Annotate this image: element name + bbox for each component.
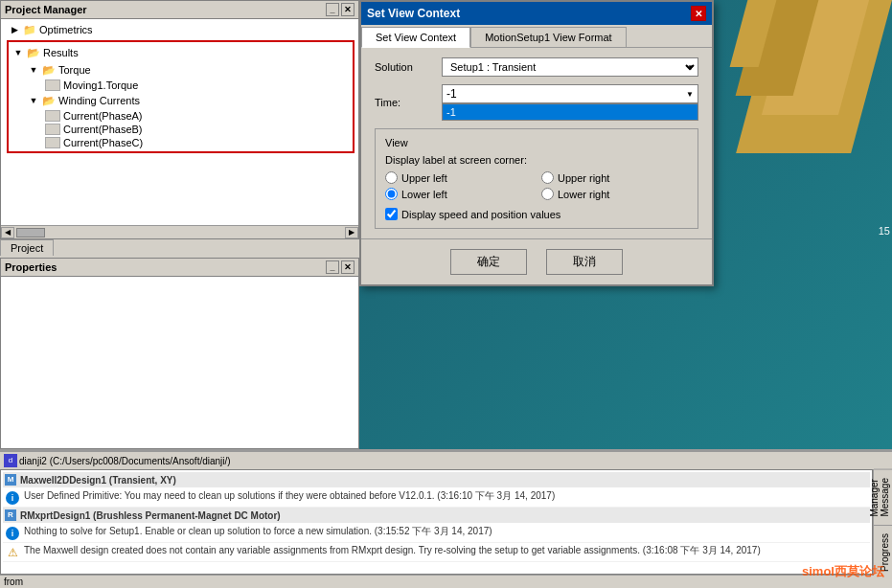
tree-item-winding-currents[interactable]: ▼ 📂 Winding Currents	[11, 92, 351, 109]
expand-icon[interactable]: ▼	[26, 62, 41, 78]
dialog-overlay: Set View Context ✕ Set View Context Moti…	[359, 0, 892, 449]
time-select-display[interactable]: -1 ▼	[442, 84, 698, 103]
tree-item-phase-a[interactable]: Current(PhaseA)	[11, 109, 351, 123]
info-icon-2: i	[5, 526, 20, 541]
tree-item-results[interactable]: ▼ 📂 Results	[11, 44, 351, 61]
lower-left-label: Lower left	[401, 189, 447, 200]
ok-button[interactable]: 确定	[450, 249, 527, 275]
display-speed-label: Display speed and position values	[401, 209, 560, 220]
lower-left-radio[interactable]	[385, 188, 398, 200]
expand-icon[interactable]: ▼	[26, 93, 41, 108]
dialog-close-button[interactable]: ✕	[691, 6, 706, 21]
rmxprt-section-label: RMxprtDesign1 (Brushless Permanent-Magne…	[20, 510, 281, 521]
upper-left-radio[interactable]	[385, 171, 398, 184]
bottom-panel: d dianji2 (C:/Users/pc008/Documents/Anso…	[0, 449, 892, 588]
lower-right-label: Lower right	[558, 189, 609, 200]
maxwell-section-icon: M	[5, 474, 16, 486]
radio-grid: Upper left Upper right Lower left	[385, 171, 688, 200]
properties-panel: Properties _ ✕	[0, 258, 359, 449]
close-panel-button[interactable]: ✕	[341, 3, 355, 16]
dialog-tabs: Set View Context MotionSetup1 View Forma…	[361, 25, 712, 48]
lower-right-radio[interactable]	[541, 188, 554, 200]
scroll-thumb[interactable]	[16, 228, 45, 237]
status-bar: from	[0, 575, 892, 588]
main-container: Project Manager _ ✕ ▶ 📁 Optimetrics	[0, 0, 892, 588]
titlebar-buttons: _ ✕	[326, 3, 355, 16]
message-item-2: i Nothing to solve for Setup1. Enable or…	[3, 524, 870, 543]
solution-row: Solution Setup1 : Transient	[375, 57, 698, 77]
curve-icon	[45, 79, 60, 91]
phase-c-label: Current(PhaseC)	[63, 137, 143, 148]
time-dropdown-container: -1 ▼ -1	[442, 84, 698, 121]
torque-label: Torque	[58, 64, 91, 76]
project-manager-panel: Project Manager _ ✕ ▶ 📁 Optimetrics	[0, 0, 359, 239]
side-tabs: Message Manager Progress	[873, 469, 892, 575]
tree-area: ▶ 📁 Optimetrics ▼ 📂 Results ▼	[1, 19, 358, 225]
rmxprt-section: R RMxprtDesign1 (Brushless Permanent-Mag…	[3, 508, 870, 523]
moving1torque-label: Moving1.Torque	[63, 79, 138, 91]
message-list: M Maxwell2DDesign1 (Transient, XY) i Use…	[1, 470, 872, 574]
tab-motion-setup[interactable]: MotionSetup1 View Format	[470, 27, 626, 47]
tree-item-phase-b[interactable]: Current(PhaseB)	[11, 123, 351, 136]
scroll-right-btn[interactable]: ▶	[345, 227, 358, 238]
upper-right-radio[interactable]	[541, 171, 554, 184]
view-group-title: View	[385, 137, 688, 148]
bottom-path-bar: d dianji2 (C:/Users/pc008/Documents/Anso…	[0, 451, 892, 469]
upper-right-label: Upper right	[558, 172, 609, 184]
scroll-left-btn[interactable]: ◀	[1, 227, 14, 238]
curve-icon-c	[45, 137, 60, 148]
message-text-1: User Defined Primitive: You may need to …	[24, 489, 555, 502]
radio-upper-right: Upper right	[541, 171, 688, 184]
expand-icon[interactable]: ▶	[7, 22, 22, 37]
radio-upper-left: Upper left	[385, 171, 532, 184]
display-speed-checkbox[interactable]	[385, 208, 398, 220]
tree-item-moving1torque[interactable]: Moving1.Torque	[11, 79, 351, 92]
cancel-button[interactable]: 取消	[546, 249, 623, 275]
message-item-1: i User Defined Primitive: You may need t…	[3, 488, 870, 508]
dialog-body: Solution Setup1 : Transient Time:	[361, 48, 712, 238]
optimetrics-label: Optimetrics	[39, 24, 93, 35]
time-option-selected[interactable]: -1	[443, 104, 698, 120]
path-text: dianji2 (C:/Users/pc008/Documents/Ansoft…	[19, 456, 231, 466]
solution-select[interactable]: Setup1 : Transient	[442, 57, 698, 77]
minimize-button[interactable]: _	[326, 3, 339, 16]
warn-icon-1: ⚠	[5, 545, 20, 560]
radio-lower-left: Lower left	[385, 188, 532, 200]
progress-tab[interactable]: Progress	[874, 525, 892, 579]
props-close-button[interactable]: ✕	[341, 260, 355, 274]
curve-icon-a	[45, 110, 60, 122]
properties-title: Properties	[5, 261, 57, 273]
dialog-title: Set View Context	[367, 7, 460, 20]
folder-icon: 📁	[22, 23, 37, 36]
view-group: View Display label at screen corner: Upp…	[375, 128, 698, 229]
tree-item-phase-c[interactable]: Current(PhaseC)	[11, 136, 351, 149]
upper-left-label: Upper left	[401, 172, 447, 184]
solution-select-wrapper: Setup1 : Transient	[442, 57, 698, 77]
section-icon-main: d	[4, 454, 19, 467]
display-speed-row: Display speed and position values	[385, 208, 688, 220]
left-panel: Project Manager _ ✕ ▶ 📁 Optimetrics	[0, 0, 359, 449]
display-label-text: Display label at screen corner:	[385, 154, 688, 166]
props-minimize-button[interactable]: _	[326, 260, 339, 274]
horizontal-scrollbar[interactable]: ◀ ▶	[1, 225, 358, 238]
maxwell-section-label: Maxwell2DDesign1 (Transient, XY)	[20, 475, 176, 486]
time-row: Time: -1 ▼ -1	[375, 84, 698, 121]
results-folder-icon: 📂	[26, 46, 41, 59]
top-row: Project Manager _ ✕ ▶ 📁 Optimetrics	[0, 0, 892, 449]
tree-item-optimetrics[interactable]: ▶ 📁 Optimetrics	[3, 21, 356, 38]
project-tab[interactable]: Project	[0, 239, 54, 256]
results-highlight: ▼ 📂 Results ▼ 📂 Torque	[7, 40, 355, 153]
project-manager-titlebar: Project Manager _ ✕	[1, 1, 358, 19]
expand-icon[interactable]: ▼	[11, 45, 26, 60]
time-dropdown: -1	[442, 103, 698, 121]
tab-set-view-context[interactable]: Set View Context	[361, 27, 470, 48]
set-view-context-dialog: Set View Context ✕ Set View Context Moti…	[359, 0, 714, 286]
phase-a-label: Current(PhaseA)	[63, 110, 143, 122]
dropdown-arrow-icon: ▼	[686, 90, 694, 99]
time-label: Time:	[375, 97, 442, 108]
message-manager-tab[interactable]: Message Manager	[874, 469, 892, 525]
project-manager-title: Project Manager	[5, 4, 87, 15]
curve-icon-b	[45, 124, 60, 135]
tree-item-torque[interactable]: ▼ 📂 Torque	[11, 61, 351, 79]
properties-content	[1, 277, 358, 448]
